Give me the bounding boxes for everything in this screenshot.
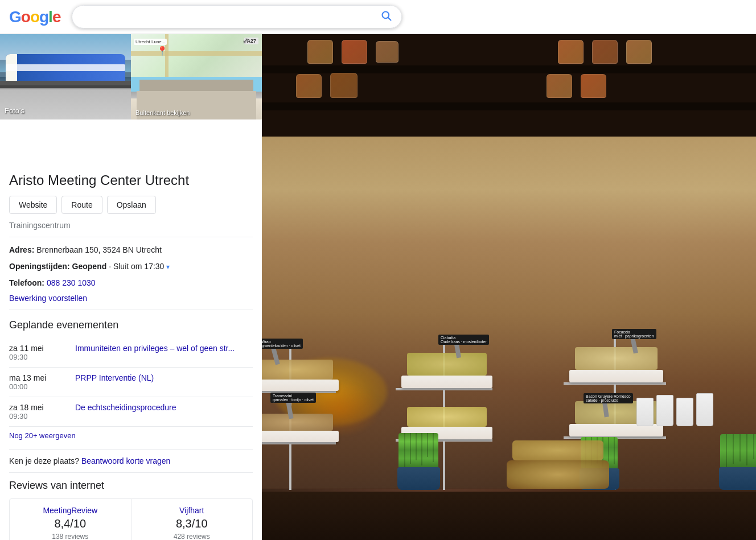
event-title-2[interactable]: PRPP Interventie (NL) [75,373,154,391]
hours-label: Openingstijden: [9,261,70,273]
plant-1 [398,433,440,490]
phone-link[interactable]: 088 230 1030 [47,277,96,289]
photos-label: Foto's [5,106,24,115]
map-image[interactable]: 📍 Utrecht Lune... A27 ⤢ [131,34,262,77]
review-source-name-2[interactable]: Vijfhart [141,506,244,515]
search-bar[interactable]: aristo utrecht [72,5,402,28]
event-item-1: za 11 mei 09:30 Immuniteiten en privileg… [9,338,253,368]
divider-4 [9,472,253,473]
event-time-2: 00:00 [9,382,66,391]
left-panel: Foto's 📍 Utrecht Lune... A27 ⤢ [0,34,262,540]
event-time-1: 09:30 [9,353,66,361]
website-button[interactable]: Website [9,196,57,214]
review-source-2: Vijfhart 8,3/10 428 reviews [132,499,253,540]
divider-1 [9,237,253,237]
hours-close: Sluit om 17:30 [113,262,165,271]
more-events-link[interactable]: Nog 20+ weergeven [9,431,76,440]
map-location-label: Utrecht Lune... [134,39,167,45]
event-title-1[interactable]: Immuniteiten en privileges – wel of geen… [75,344,235,361]
cup-2 [656,395,673,426]
event-date-main-1: za 11 mei [9,344,66,353]
route-button[interactable]: Route [61,196,102,214]
event-item-2: ma 13 mei 00:00 PRPP Interventie (NL) [9,368,253,397]
counter [262,489,756,540]
reviews-title: Reviews van internet [9,480,253,492]
hours-status: Geopend [72,262,107,271]
cup-3 [676,398,693,426]
address-row: Adres: Brennerbaan 150, 3524 BN Utrecht [9,244,253,256]
svg-line-1 [388,18,391,20]
reviews-grid: MeetingReview 8,4/10 138 reviews Vijfhar… [9,498,253,540]
action-buttons: Website Route Opslaan [9,196,253,214]
review-score-1: 8,4/10 [19,517,122,530]
ken-je-section: Ken je deze plaats? Beantwoord korte vra… [9,456,253,465]
hours-dropdown-icon[interactable]: ▾ [166,263,170,271]
review-count-2: 428 reviews [141,533,244,540]
google-logo: Google [9,8,60,26]
cup-4 [696,393,713,426]
address-value: Brennerbaan 150, 3524 BN Utrecht [36,244,161,256]
ken-je-link[interactable]: Beantwoord korte vragen [81,456,170,465]
building-image[interactable]: Buitenkant bekijken [131,77,262,119]
event-date-2: ma 13 mei 00:00 [9,373,66,391]
hours-row: Openingstijden: Geopend · Sluit om 17:30… [9,261,253,273]
phone-row: Telefoon: 088 230 1030 [9,277,253,289]
cup-1 [636,398,654,426]
events-title: Geplande evenementen [9,319,253,331]
ken-je-text: Ken je deze plaats? [9,456,79,465]
review-source-name-1[interactable]: MeetingReview [19,506,122,515]
event-date-3: za 18 mei 09:30 [9,403,66,421]
food-image: Wrapgroentekruiden · olivet Tramezziniga… [262,34,756,540]
main-layout: Foto's 📍 Utrecht Lune... A27 ⤢ [0,34,756,540]
exterior-label: Buitenkant bekijken [135,109,190,116]
search-button[interactable] [381,10,392,23]
hours-value: Geopend · Sluit om 17:30 ▾ [72,261,170,273]
shelving-backdrop [262,34,756,137]
event-date-main-3: za 18 mei [9,403,66,412]
phone-label: Telefoon: [9,277,44,289]
divider-3 [9,449,253,450]
info-section: Aristo Meeting Center Utrecht Website Ro… [0,162,262,473]
main-image[interactable]: Foto's [0,34,131,119]
more-events: Nog 20+ weergeven [9,431,253,440]
place-type: Trainingscentrum [9,221,253,230]
reviews-section: Reviews van internet MeetingReview 8,4/1… [0,480,262,540]
plant-3 [720,434,756,490]
search-input[interactable]: aristo utrecht [81,12,381,22]
divider-2 [9,310,253,310]
bread-items [507,460,609,489]
review-count-1: 138 reviews [19,533,122,540]
event-date-main-2: ma 13 mei [9,373,66,382]
event-time-3: 09:30 [9,412,66,421]
address-label: Adres: [9,244,34,256]
hours-sep: · [109,262,111,271]
event-title-3[interactable]: De echtscheidingsprocedure [75,403,176,421]
save-button[interactable]: Opslaan [107,196,156,214]
expand-icon[interactable]: ⤢ [243,36,248,44]
header: Google aristo utrecht [0,0,756,34]
image-gallery: Foto's 📍 Utrecht Lune... A27 ⤢ [0,34,262,162]
suggest-edit-link[interactable]: Bewerking voorstellen [9,294,253,303]
event-item-3: za 18 mei 09:30 De echtscheidingsprocedu… [9,397,253,427]
review-source-1: MeetingReview 8,4/10 138 reviews [10,499,132,540]
review-score-2: 8,3/10 [141,517,244,530]
right-panel: Wrapgroentekruiden · olivet Tramezziniga… [262,34,756,540]
place-title: Aristo Meeting Center Utrecht [9,171,253,189]
event-date-1: za 11 mei 09:30 [9,344,66,361]
